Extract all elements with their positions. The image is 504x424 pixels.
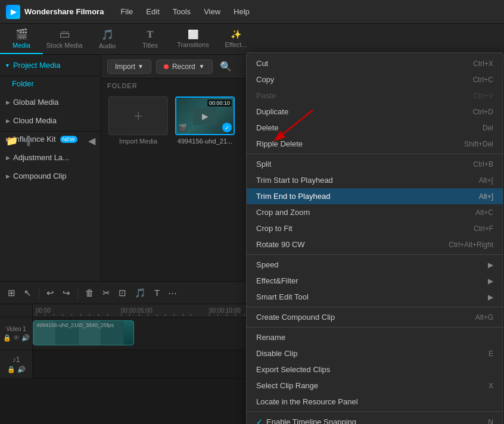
ctx-select-range[interactable]: Select Clip Range X — [247, 378, 503, 394]
grid-view-button[interactable]: ⊞ — [5, 285, 18, 301]
ctx-export[interactable]: Export Selected Clips — [247, 361, 503, 378]
svg-rect-3 — [63, 314, 63, 316]
svg-rect-0 — [36, 313, 36, 316]
audio-track-lock-button[interactable]: 🔒 — [7, 366, 15, 373]
import-media-label: Import Media — [119, 138, 157, 145]
ruler-ticks — [33, 304, 271, 317]
ctx-sep-2 — [247, 254, 503, 255]
track-audio-button[interactable]: 🔊 — [21, 334, 30, 342]
ctx-trim-start[interactable]: Trim Start to Playhead Alt+[ — [247, 172, 503, 188]
menu-tools[interactable]: Tools — [167, 5, 197, 18]
ctx-rotate[interactable]: Rotate 90 CW Ctrl+Alt+Right — [247, 236, 503, 252]
svg-rect-10 — [129, 314, 130, 316]
import-media-item[interactable]: + Import Media — [108, 96, 168, 145]
sidebar-item-compound-clip[interactable]: ▶ Compound Clip — [0, 167, 101, 185]
context-menu: Cut Ctrl+X Copy Ctrl+C Paste Ctrl+V Dupl… — [246, 52, 503, 424]
sidebar-item-cloud-media[interactable]: ▶ Cloud Media — [0, 111, 101, 130]
svg-rect-9 — [121, 313, 122, 316]
menu-help[interactable]: Help — [228, 5, 256, 18]
svg-rect-21 — [235, 314, 236, 316]
svg-rect-20 — [226, 314, 227, 316]
tab-transitions[interactable]: ⬜ Transitions — [172, 23, 214, 54]
chevron-right-icon: ▶ — [6, 99, 10, 105]
svg-rect-14 — [165, 314, 166, 316]
sidebar-item-global-media[interactable]: ▶ Global Media — [0, 93, 101, 111]
undo-button[interactable]: ↩ — [43, 285, 57, 301]
app-logo: ▶ Wondershare Filmora — [6, 5, 104, 19]
ctx-paste[interactable]: Paste Ctrl+V — [247, 88, 503, 104]
video-clip-item[interactable]: ▶ 00:00:10 ✓ 🎬 4994156-uhd_21... — [175, 96, 235, 145]
import-button[interactable]: Import▼ — [107, 60, 151, 74]
svg-rect-19 — [217, 314, 218, 316]
ctx-rename[interactable]: Rename — [247, 329, 503, 345]
svg-rect-18 — [209, 313, 210, 316]
tab-effects[interactable]: ✨ Effect... — [214, 23, 257, 54]
svg-rect-15 — [174, 314, 175, 316]
more-button[interactable]: ⋯ — [165, 285, 180, 301]
clip-label: 4994156-uhd_21... — [178, 138, 232, 145]
ctx-snapping[interactable]: ✓ Enable Timeline Snapping N — [247, 414, 503, 424]
collapse-button[interactable]: ◀ — [88, 135, 95, 146]
clip-track-label: 4994156-uhd_2160_3840_25fps — [36, 322, 129, 328]
svg-rect-11 — [139, 314, 139, 316]
menu-view[interactable]: View — [198, 5, 226, 18]
track-eye-button[interactable]: 👁 — [13, 334, 20, 342]
ctx-ripple-delete[interactable]: Ripple Delete Shift+Del — [247, 136, 503, 152]
clip-timestamp: 00:00:10 — [207, 99, 232, 107]
ctx-smart-edit[interactable]: Smart Edit Tool ▶ — [247, 289, 503, 305]
text-button[interactable]: T — [151, 285, 163, 300]
ctx-locate[interactable]: Locate in the Resource Panel — [247, 394, 503, 410]
tab-stock-media[interactable]: 🗃 Stock Media — [43, 23, 86, 54]
ctx-disable[interactable]: Disable Clip E — [247, 345, 503, 361]
redo-button[interactable]: ↪ — [60, 285, 73, 301]
svg-rect-17 — [191, 314, 191, 316]
record-button[interactable]: Record▼ — [156, 60, 213, 74]
add-folder-button[interactable]: 📁 — [6, 135, 18, 146]
tab-media[interactable]: 🎬 Media — [0, 23, 43, 54]
ctx-trim-end[interactable]: Trim End to Playhead Alt+] — [247, 188, 503, 204]
sidebar-item-project-media[interactable]: ▼ Project Media — [0, 55, 101, 76]
ctx-create-compound[interactable]: Create Compound Clip Alt+G — [247, 309, 503, 325]
svg-rect-2 — [54, 314, 54, 316]
ctx-duplicate[interactable]: Duplicate Ctrl+D — [247, 104, 503, 120]
svg-rect-8 — [107, 314, 108, 316]
ctx-crop-zoom[interactable]: Crop and Zoom Alt+C — [247, 204, 503, 220]
svg-rect-5 — [80, 314, 81, 316]
menu-edit[interactable]: Edit — [140, 5, 165, 18]
ctx-sep-1 — [247, 154, 503, 154]
svg-rect-22 — [244, 314, 245, 316]
sidebar-item-adjustment[interactable]: ▶ Adjustment La... — [0, 148, 101, 167]
tab-audio[interactable]: 🎵 Audio — [86, 23, 129, 54]
ctx-delete[interactable]: Delete Del — [247, 120, 503, 136]
ctx-copy[interactable]: Copy Ctrl+C — [247, 71, 503, 88]
ctx-speed[interactable]: Speed ▶ — [247, 257, 503, 273]
audio-track-label: ♪1 🔒 🔊 — [0, 350, 33, 378]
svg-rect-12 — [148, 314, 148, 316]
menu-file[interactable]: File — [114, 5, 139, 18]
new-folder-button[interactable]: ➕ — [23, 135, 35, 146]
ctx-cut[interactable]: Cut Ctrl+X — [247, 55, 503, 71]
svg-rect-7 — [98, 314, 99, 316]
ctx-split[interactable]: Split Ctrl+B — [247, 156, 503, 172]
chevron-right-icon-compound: ▶ — [6, 173, 10, 179]
svg-rect-13 — [157, 314, 157, 316]
left-panel: ▼ Project Media Folder ▶ Global Media ▶ … — [0, 55, 101, 281]
chevron-right-icon-cloud: ▶ — [6, 118, 10, 124]
svg-rect-6 — [89, 314, 90, 316]
crop-button[interactable]: ⊡ — [116, 285, 129, 301]
menu-bar: File Edit Tools View Help — [114, 5, 255, 18]
audio-track-volume-button[interactable]: 🔊 — [17, 366, 26, 373]
track-lock-button[interactable]: 🔒 — [3, 334, 11, 342]
ctx-crop-fit[interactable]: Crop to Fit Ctrl+F — [247, 220, 503, 236]
scissors-button[interactable]: ✂ — [99, 285, 113, 301]
search-button[interactable]: 🔍 — [220, 61, 232, 72]
cursor-button[interactable]: ↖ — [21, 285, 35, 301]
svg-rect-16 — [183, 314, 183, 316]
sidebar-folder-label[interactable]: Folder — [0, 76, 101, 93]
video-clip[interactable]: 4994156-uhd_2160_3840_25fps — [33, 320, 134, 345]
tab-titles[interactable]: T Titles — [129, 23, 172, 54]
delete-button[interactable]: 🗑 — [82, 285, 97, 300]
ctx-effect-filter[interactable]: Effect&Filter ▶ — [247, 273, 503, 289]
audio-button[interactable]: 🎵 — [132, 285, 149, 301]
video-track-label: Video 1 🔒 👁 🔊 — [0, 317, 33, 350]
